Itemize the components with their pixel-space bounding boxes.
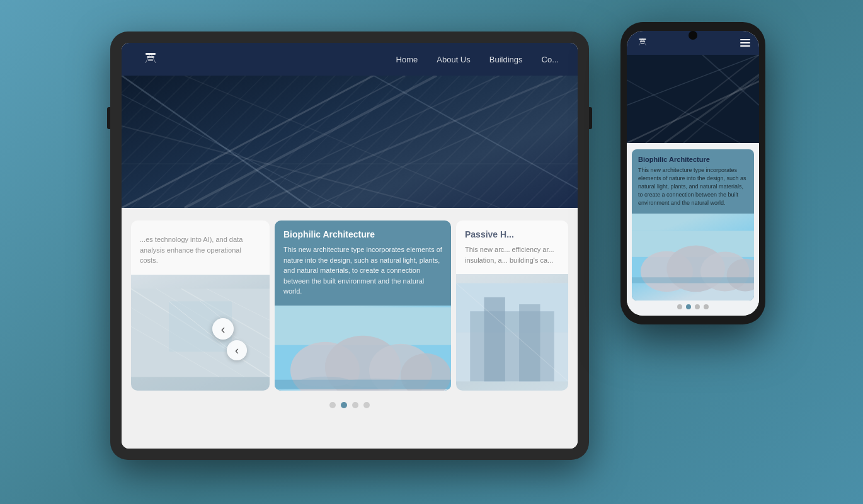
card-left-image <box>131 275 270 391</box>
nav-link-buildings[interactable]: Buildings <box>489 55 523 64</box>
svg-line-13 <box>185 76 500 208</box>
svg-rect-2 <box>148 59 153 61</box>
logo-icon <box>140 49 161 69</box>
nav-link-about[interactable]: About Us <box>437 55 470 64</box>
card-center-image <box>275 306 451 391</box>
phone-dot-3[interactable] <box>695 304 700 309</box>
phone-logo[interactable] <box>636 36 649 50</box>
tablet-device: Home About Us Buildings Co... <box>110 32 589 460</box>
svg-line-10 <box>311 88 578 208</box>
tablet-side-button-right <box>589 107 592 129</box>
phone-card-biophilic: Biophilic Architecture This new architec… <box>632 149 754 301</box>
tablet-side-button-left <box>107 107 110 129</box>
svg-line-7 <box>185 76 437 208</box>
tablet-carousel-dots <box>131 397 568 413</box>
carousel-dot-3[interactable] <box>352 402 358 408</box>
tablet-cards-section: ...es technology into AI), and data anal… <box>122 208 578 449</box>
svg-point-34 <box>300 376 350 386</box>
card-center-content: Biophilic Architecture This new architec… <box>275 220 451 306</box>
svg-rect-61 <box>632 277 754 283</box>
tablet-screen: Home About Us Buildings Co... <box>122 43 578 449</box>
carousel-prev-arrow[interactable]: ‹ <box>227 340 247 360</box>
card-right-desc: This new arc... efficiency ar... insulat… <box>465 244 559 265</box>
svg-rect-47 <box>627 55 759 143</box>
svg-rect-39 <box>484 297 505 382</box>
card-left-svg <box>131 275 270 391</box>
svg-line-15 <box>374 76 578 189</box>
card-right-content: Passive H... This new arc... efficiency … <box>456 220 568 274</box>
svg-rect-38 <box>470 311 554 381</box>
phone-logo-icon <box>636 36 649 50</box>
carousel-dot-4[interactable] <box>363 402 370 408</box>
card-left-content: ...es technology into AI), and data anal… <box>131 220 270 275</box>
phone-dot-1[interactable] <box>677 304 682 309</box>
tablet-nav-links: Home About Us Buildings Co... <box>396 55 559 64</box>
phone-cards-section: Biophilic Architecture This new architec… <box>627 143 759 316</box>
phone-dot-4[interactable] <box>704 304 709 309</box>
svg-line-14 <box>122 76 311 208</box>
card-left: ...es technology into AI), and data anal… <box>131 220 270 391</box>
tablet-cards-row: ...es technology into AI), and data anal… <box>131 220 568 391</box>
card-right: Passive H... This new arc... efficiency … <box>456 220 568 391</box>
tablet-logo[interactable] <box>140 49 161 69</box>
phone-camera-notch <box>689 31 697 40</box>
card-center: Biophilic Architecture This new architec… <box>275 220 451 391</box>
nav-link-contact[interactable]: Co... <box>542 55 559 64</box>
svg-rect-40 <box>519 304 540 381</box>
phone-screen: Biophilic Architecture This new architec… <box>627 31 759 316</box>
phone-dot-2[interactable] <box>686 304 691 309</box>
card-right-image <box>456 274 568 391</box>
hamburger-line-3 <box>740 45 750 47</box>
hero-architectural-lines <box>122 76 578 208</box>
tablet-prev-button[interactable]: ‹ <box>212 318 234 340</box>
phone-card-image <box>632 214 754 301</box>
hamburger-line-1 <box>740 39 750 40</box>
phone-hero-section <box>627 55 759 143</box>
tablet-hero-section <box>122 76 578 208</box>
svg-point-35 <box>344 378 407 387</box>
tablet-hero-bg <box>122 76 578 208</box>
tablet-navbar: Home About Us Buildings Co... <box>122 43 578 76</box>
prev-arrow-label: ‹ <box>235 344 239 357</box>
card-center-desc: This new architecture type incorporates … <box>283 244 442 297</box>
svg-line-9 <box>248 76 563 208</box>
hamburger-line-2 <box>740 42 750 43</box>
card-center-svg <box>275 306 451 391</box>
carousel-dot-1[interactable] <box>329 402 336 408</box>
card-center-title: Biophilic Architecture <box>283 229 442 239</box>
phone-card-desc: This new architecture type incorporates … <box>638 166 748 207</box>
phone-card-title: Biophilic Architecture <box>638 156 748 163</box>
phone-carousel-dots <box>632 301 754 312</box>
carousel-dot-2[interactable] <box>341 402 347 408</box>
svg-rect-44 <box>641 43 644 44</box>
card-right-title: Passive H... <box>465 229 559 239</box>
svg-line-6 <box>153 76 405 208</box>
phone-card-svg <box>632 214 754 301</box>
card-right-svg <box>456 274 568 391</box>
svg-line-5 <box>122 76 374 208</box>
card-left-desc: ...es technology into AI), and data anal… <box>140 234 261 266</box>
phone-card-content: Biophilic Architecture This new architec… <box>632 149 754 214</box>
nav-link-home[interactable]: Home <box>396 55 418 64</box>
phone-hero-svg <box>627 55 759 143</box>
phone-device: Biophilic Architecture This new architec… <box>620 22 765 324</box>
hamburger-menu-button[interactable] <box>740 39 750 47</box>
